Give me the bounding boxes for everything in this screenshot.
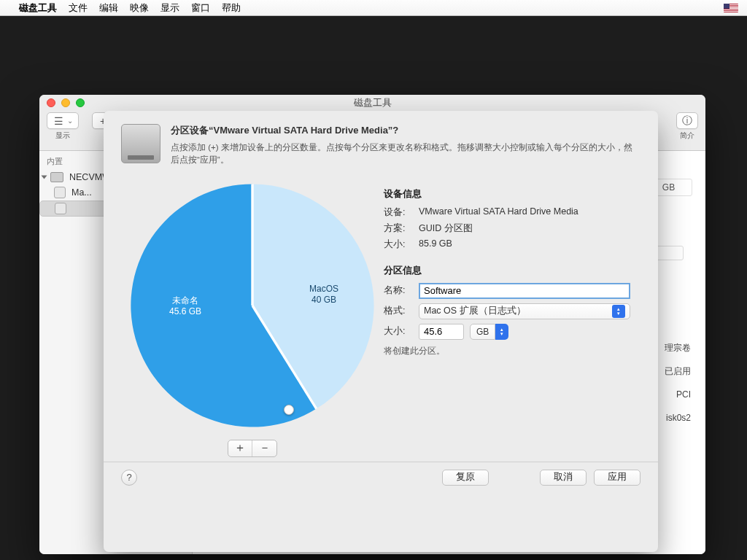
remove-partition-button[interactable]: － bbox=[252, 440, 276, 456]
partition-size-input[interactable] bbox=[419, 324, 464, 340]
volume-icon bbox=[55, 203, 66, 214]
pie-resize-handle[interactable] bbox=[284, 405, 294, 415]
cancel-button[interactable]: 取消 bbox=[540, 470, 587, 486]
menu-file[interactable]: 文件 bbox=[69, 1, 88, 15]
apply-button[interactable]: 应用 bbox=[594, 470, 640, 486]
pie-label-a-name: 未命名 bbox=[169, 295, 201, 307]
partition-format-select[interactable]: Mac OS 扩展（日志式） ▴▾ bbox=[419, 303, 630, 319]
window-zoom-button[interactable] bbox=[76, 98, 85, 107]
menu-window[interactable]: 窗口 bbox=[191, 1, 210, 15]
app-menu[interactable]: 磁盘工具 bbox=[19, 1, 57, 15]
partition-pie[interactable]: 未命名 45.6 GB MacOS 40 GB bbox=[128, 182, 376, 429]
scheme-label: 方案: bbox=[384, 222, 419, 235]
menu-edit[interactable]: 编辑 bbox=[99, 1, 118, 15]
sheet-subtitle: 点按添加 (+) 来增加设备上的分区数量。点按每个分区来更改名称和格式。拖移调整… bbox=[171, 141, 640, 167]
total-size-value: 85.9 GB bbox=[419, 238, 640, 251]
partition-name-input[interactable] bbox=[419, 283, 630, 299]
partition-sheet: 分区设备“VMware Virtual SATA Hard Drive Medi… bbox=[104, 111, 658, 552]
sidebar-view-icon: ☰ bbox=[53, 114, 65, 127]
partition-add-remove: ＋ － bbox=[228, 440, 277, 457]
partition-size-unit-select[interactable]: GB ▴▾ bbox=[470, 324, 508, 340]
disclosure-triangle-icon[interactable] bbox=[42, 176, 47, 179]
format-label: 格式: bbox=[384, 305, 419, 317]
select-arrows-icon: ▴▾ bbox=[495, 324, 508, 340]
menu-view[interactable]: 显示 bbox=[160, 1, 179, 15]
peek-row: 已启用 bbox=[657, 359, 698, 383]
psize-label: 大小: bbox=[384, 325, 419, 338]
device-value: VMware Virtual SATA Hard Drive Media bbox=[419, 206, 640, 219]
toolbar-view-label: 显示 bbox=[55, 131, 70, 141]
hard-drive-icon bbox=[121, 124, 160, 163]
add-partition-button[interactable]: ＋ bbox=[228, 440, 252, 456]
scheme-value: GUID 分区图 bbox=[419, 222, 640, 235]
select-arrows-icon: ▴▾ bbox=[612, 305, 625, 318]
peek-row: isk0s2 bbox=[659, 406, 698, 429]
window-title: 磁盘工具 bbox=[354, 96, 392, 109]
menu-image[interactable]: 映像 bbox=[130, 1, 149, 15]
pie-label-a-size: 45.6 GB bbox=[169, 306, 201, 318]
partition-hint: 将创建此分区。 bbox=[384, 346, 640, 357]
pie-label-b-size: 40 GB bbox=[309, 295, 338, 306]
peek-row: PCI bbox=[669, 383, 698, 406]
info-icon: ⓘ bbox=[681, 114, 694, 127]
window-minimize-button[interactable] bbox=[61, 98, 70, 107]
sheet-title: 分区设备“VMware Virtual SATA Hard Drive Medi… bbox=[171, 124, 640, 137]
total-size-label: 大小: bbox=[384, 238, 419, 251]
device-info-header: 设备信息 bbox=[384, 187, 640, 201]
input-source-flag-icon[interactable] bbox=[724, 4, 738, 12]
pie-label-b-name: MacOS bbox=[309, 284, 338, 295]
drive-icon bbox=[50, 172, 63, 182]
unit-value: GB bbox=[470, 324, 495, 340]
name-label: 名称: bbox=[384, 284, 419, 297]
window-close-button[interactable] bbox=[47, 98, 55, 107]
help-button[interactable]: ? bbox=[121, 470, 137, 486]
volume-icon bbox=[54, 187, 66, 198]
toolbar-info[interactable]: ⓘ简介 bbox=[676, 112, 698, 141]
system-menubar: 磁盘工具 文件 编辑 映像 显示 窗口 帮助 bbox=[0, 0, 747, 16]
format-value: Mac OS 扩展（日志式） bbox=[424, 305, 526, 317]
window-titlebar: 磁盘工具 bbox=[39, 95, 705, 111]
partition-info-header: 分区信息 bbox=[384, 264, 640, 277]
peek-row: 理宗卷 bbox=[657, 336, 698, 359]
toolbar-view[interactable]: ☰⌄ 显示 bbox=[47, 112, 79, 141]
revert-button[interactable]: 复原 bbox=[442, 470, 489, 486]
menu-help[interactable]: 帮助 bbox=[222, 1, 241, 15]
device-label: 设备: bbox=[384, 206, 419, 219]
